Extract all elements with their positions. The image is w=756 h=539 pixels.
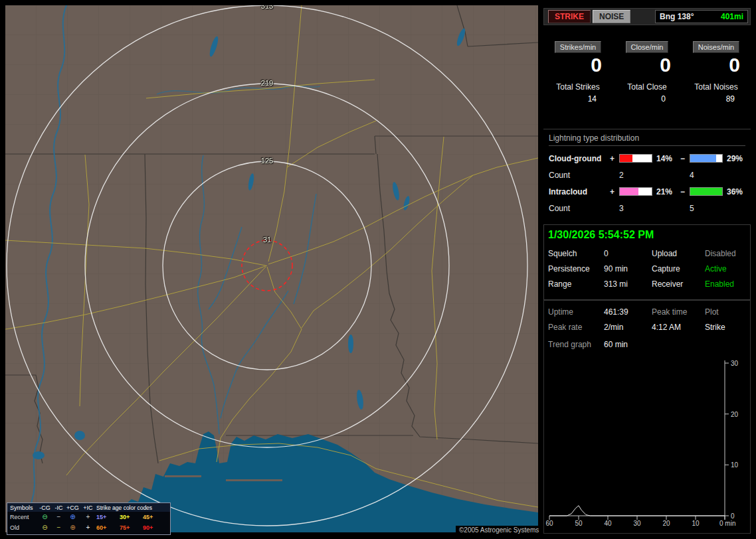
barrier-island <box>165 475 201 477</box>
ic-positive-bar <box>619 187 652 196</box>
peak-time-label: Peak time <box>652 307 705 317</box>
peak-rate-value: 2/min <box>604 323 652 332</box>
copyright-text: ©2005 Astrogenic Systems <box>456 526 542 534</box>
noises-per-min-value: 0 <box>682 54 751 76</box>
legend-old-label: Old <box>9 524 38 531</box>
x-tick-30: 30 <box>633 520 640 527</box>
uptime-value: 461:39 <box>604 307 652 317</box>
upload-label: Upload <box>652 249 705 258</box>
cg-negative-bar <box>690 154 723 163</box>
cg-positive-pct: 14% <box>654 154 680 163</box>
rate-counters: Strikes/min 0 Total Strikes 14 Close/min… <box>543 37 751 121</box>
bearing-distance-value: 401mi <box>721 12 743 21</box>
legend-symbols-header: Symbols <box>9 504 38 511</box>
total-noises-label: Total Noises <box>682 82 751 92</box>
range-ring-label-313: 313 <box>261 5 273 10</box>
capture-label: Capture <box>652 264 705 273</box>
noise-mode-button[interactable]: NOISE <box>593 10 630 23</box>
lightning-distribution-section: Lightning type distribution Cloud-ground… <box>543 129 751 223</box>
total-noises-value: 89 <box>682 94 751 104</box>
recent-pos-ic-icon: + <box>80 514 96 520</box>
y-tick-30: 30 <box>731 360 738 367</box>
cg-minus-sign: − <box>680 154 690 163</box>
squelch-value: 0 <box>604 249 652 258</box>
cg-negative-count: 4 <box>690 171 724 180</box>
distribution-title: Lightning type distribution <box>549 133 745 146</box>
trend-window-value: 60 min <box>604 340 750 349</box>
legend-col-pos-ic: +IC <box>80 504 96 511</box>
x-tick-0: 0 min <box>719 520 735 527</box>
barrier-island <box>226 479 282 481</box>
status-panel: STRIKE NOISE Bng 138° 401mi Strikes/min … <box>543 5 751 534</box>
age-code-30: 30+ <box>120 514 143 520</box>
strike-legend: Symbols -CG -IC +CG +IC Strike age color… <box>7 502 171 535</box>
uptime-label: Uptime <box>548 307 604 317</box>
range-ring-label-219: 219 <box>261 79 273 87</box>
intracloud-label: Intracloud <box>549 187 610 196</box>
ic-positive-count: 3 <box>619 204 654 213</box>
recent-pos-cg-icon: ⊕ <box>66 514 80 520</box>
range-ring-label-31: 31 <box>263 236 271 244</box>
ic-negative-bar-fill <box>690 188 722 195</box>
legend-recent-label: Recent <box>9 514 38 520</box>
y-tick-0: 0 <box>731 512 735 520</box>
age-code-75: 75+ <box>120 524 143 531</box>
old-neg-ic-icon: − <box>52 524 66 531</box>
ic-negative-count: 5 <box>690 204 724 213</box>
strike-mode-button[interactable]: STRIKE <box>548 10 591 23</box>
age-code-45: 45+ <box>143 514 166 520</box>
trend-row: Trend graph 60 min <box>544 332 750 349</box>
cg-positive-bar-fill <box>620 155 632 162</box>
mode-toolbar: STRIKE NOISE Bng 138° 401mi <box>543 8 751 25</box>
plot-label: Plot <box>705 307 750 317</box>
y-tick-20: 20 <box>731 411 738 418</box>
x-tick-10: 10 <box>692 520 699 527</box>
trend-graph: 30 20 10 0 60 50 40 30 20 10 0 min <box>544 356 750 533</box>
x-tick-20: 20 <box>662 520 670 527</box>
distribution-grid: Cloud-ground + 14% − 29% Count 2 4 Intra… <box>549 150 745 216</box>
stats-grid: Uptime 461:39 Peak time Plot Peak rate 2… <box>544 301 750 332</box>
receiver-label: Receiver <box>652 279 705 289</box>
legend-age-header: Strike age color codes <box>96 504 166 511</box>
cg-positive-bar <box>619 154 652 163</box>
trend-graph-label: Trend graph <box>548 340 604 349</box>
noises-per-min-chip: Noises/min <box>693 41 739 53</box>
ic-positive-pct: 21% <box>654 187 680 196</box>
old-neg-cg-icon: ⊖ <box>38 524 52 531</box>
cg-negative-pct: 29% <box>724 154 744 163</box>
ic-negative-pct: 36% <box>724 187 744 196</box>
receiver-status: Enabled <box>705 279 750 289</box>
plot-value: Strike <box>705 323 750 332</box>
ic-plus-sign: + <box>610 187 619 196</box>
legend-col-neg-cg: -CG <box>38 504 52 511</box>
ic-positive-bar-fill <box>620 188 638 195</box>
cloud-ground-label: Cloud-ground <box>549 154 610 163</box>
stats-section: Uptime 461:39 Peak time Plot Peak rate 2… <box>543 300 751 534</box>
close-per-min-chip: Close/min <box>626 41 669 53</box>
cg-plus-sign: + <box>610 154 619 163</box>
range-label: Range <box>548 279 604 289</box>
total-strikes-value: 14 <box>543 94 613 104</box>
ic-minus-sign: − <box>680 187 690 196</box>
upload-status: Disabled <box>705 249 750 258</box>
settings-grid: Squelch 0 Upload Disabled Persistence 90… <box>548 249 750 289</box>
persistence-value: 90 min <box>604 264 652 273</box>
x-tick-40: 40 <box>604 520 611 527</box>
persistence-label: Persistence <box>548 264 604 273</box>
range-value: 313 mi <box>604 279 652 289</box>
legend-old-row: Old ⊖ − ⊕ + 60+ 75+ 90+ <box>7 522 170 533</box>
cg-count-label: Count <box>549 171 610 180</box>
ic-count-label: Count <box>549 204 610 213</box>
recent-neg-ic-icon: − <box>52 514 66 520</box>
total-close-label: Total Close <box>613 82 682 92</box>
total-strikes-label: Total Strikes <box>543 82 613 92</box>
old-pos-ic-icon: + <box>80 524 96 531</box>
current-datetime: 1/30/2026 5:54:52 PM <box>548 229 750 241</box>
strikes-per-min-chip: Strikes/min <box>555 41 601 53</box>
old-pos-cg-icon: ⊕ <box>66 524 80 531</box>
peak-rate-label: Peak rate <box>548 323 604 332</box>
trend-graph-svg <box>544 356 750 533</box>
map-view[interactable]: 313 219 125 31 <box>5 5 538 532</box>
bearing-value: Bng 138° <box>660 12 694 21</box>
squelch-label: Squelch <box>548 249 604 258</box>
